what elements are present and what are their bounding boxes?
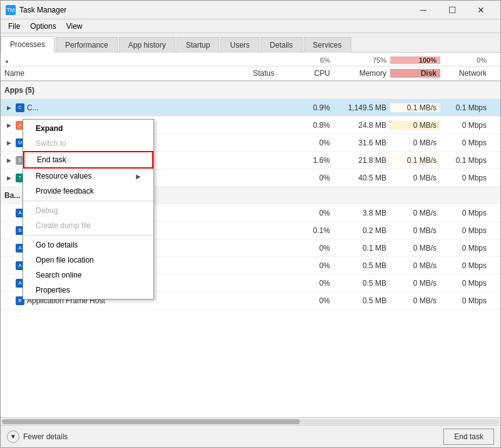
proc-name-1: ▶ C C... [1, 103, 249, 112]
ctx-expand[interactable]: Expand [23, 121, 153, 136]
ctx-search-online[interactable]: Search online [23, 268, 153, 283]
app-icon-1: C [16, 103, 24, 112]
proc-cpu-3: 0% [299, 138, 334, 147]
expand-arrow-2[interactable]: ▶ [4, 121, 13, 130]
cpu-sort-pct: 6% [299, 56, 334, 64]
horizontal-scrollbar[interactable] [1, 417, 500, 425]
tab-processes[interactable]: Processes [1, 36, 54, 53]
disk-sort-pct: 100% [390, 56, 440, 64]
ctx-open-file-location[interactable]: Open file location [23, 253, 153, 268]
proc-net-5: 0 Mbps [440, 174, 490, 182]
title-bar: TM Task Manager ─ ☐ ✕ [1, 1, 500, 19]
proc-net-3: 0 Mbps [440, 138, 490, 147]
tab-startup[interactable]: Startup [177, 37, 220, 53]
bottom-bar: ▼ Fewer details End task [1, 425, 500, 447]
header-name[interactable]: Name [1, 69, 249, 78]
ctx-go-to-details[interactable]: Go to details [23, 237, 153, 253]
context-menu: Expand Switch to End task Resource value… [23, 119, 154, 300]
proc-mem-3: 31.6 MB [334, 138, 390, 147]
proc-disk-2: 0 MB/s [390, 121, 440, 130]
process-table-body: Apps (5) ▶ C C... 0.9% 1,149.5 MB [1, 81, 500, 417]
ctx-resource-values[interactable]: Resource values ▶ [23, 169, 153, 184]
end-task-button[interactable]: End task [443, 429, 494, 445]
header-status[interactable]: Status [249, 69, 299, 78]
proc-disk-5: 0 MB/s [390, 174, 440, 182]
window-title: Task Manager [19, 6, 409, 14]
tabs-bar: Processes Performance App history Startu… [1, 33, 500, 53]
tab-users[interactable]: Users [220, 37, 259, 53]
menu-bar: File Options View [1, 19, 500, 33]
proc-mem-5: 40.5 MB [334, 174, 390, 182]
fewer-details-label: Fewer details [23, 432, 68, 441]
ctx-properties[interactable]: Properties [23, 283, 153, 298]
ctx-provide-feedback[interactable]: Provide feedback [23, 184, 153, 199]
proc-net-4: 0.1 Mbps [440, 156, 490, 165]
proc-mem-2: 24.8 MB [334, 121, 390, 130]
sort-indicator-row: ▲ 6% 75% 100% 0% [1, 53, 500, 66]
minimize-button[interactable]: ─ [409, 1, 438, 19]
proc-cpu-2: 0.8% [299, 121, 334, 130]
ctx-sep-1 [23, 201, 153, 201]
memory-sort-pct: 75% [334, 56, 390, 64]
ctx-switch-to[interactable]: Switch to [23, 136, 153, 151]
h-scroll-thumb[interactable] [2, 419, 300, 424]
expand-arrow-4[interactable]: ▶ [4, 156, 13, 165]
menu-file[interactable]: File [3, 21, 25, 32]
network-sort-pct: 0% [440, 56, 490, 64]
proc-disk-1: 0.1 MB/s [390, 103, 440, 112]
tab-services[interactable]: Services [304, 37, 351, 53]
header-disk[interactable]: Disk [390, 69, 440, 78]
apps-section-label: Apps (5) [1, 86, 249, 95]
h-scroll-track[interactable] [2, 419, 499, 424]
table-header: Name Status CPU Memory Disk Network [1, 66, 500, 81]
expand-arrow-5[interactable]: ▶ [4, 174, 13, 182]
app-icon: TM [6, 5, 16, 15]
proc-mem-4: 21.8 MB [334, 156, 390, 165]
process-row-1[interactable]: ▶ C C... 0.9% 1,149.5 MB 0.1 MB/s 0.1 Mb… [1, 99, 500, 117]
proc-mem-1: 1,149.5 MB [334, 103, 390, 112]
background-section-text: Ba... [4, 191, 20, 200]
content-area: ▲ 6% 75% 100% 0% Name Status CPU Memory … [1, 53, 500, 425]
task-manager-window: TM Task Manager ─ ☐ ✕ File Options View … [0, 0, 501, 448]
expand-arrow-1[interactable]: ▶ [4, 103, 13, 112]
expand-arrow-3[interactable]: ▶ [4, 138, 13, 147]
proc-cpu-1: 0.9% [299, 103, 334, 112]
header-cpu[interactable]: CPU [299, 69, 334, 78]
apps-section-text: Apps (5) [4, 86, 34, 95]
ctx-sep-2 [23, 235, 153, 236]
ctx-create-dump[interactable]: Create dump file [23, 218, 153, 233]
submenu-arrow: ▶ [136, 173, 141, 180]
header-memory[interactable]: Memory [334, 69, 390, 78]
section-apps: Apps (5) [1, 81, 500, 99]
menu-options[interactable]: Options [25, 21, 61, 32]
window-controls: ─ ☐ ✕ [409, 1, 495, 19]
proc-disk-3: 0 MB/s [390, 138, 440, 147]
tab-details[interactable]: Details [261, 37, 302, 53]
proc-net-1: 0.1 Mbps [440, 103, 490, 112]
proc-cpu-5: 0% [299, 174, 334, 182]
fewer-details-button[interactable]: ▼ Fewer details [7, 430, 68, 443]
close-button[interactable]: ✕ [467, 1, 495, 19]
ctx-end-task[interactable]: End task [23, 151, 153, 169]
proc-cpu-4: 1.6% [299, 156, 334, 165]
proc-net-2: 0 Mbps [440, 121, 490, 130]
ctx-debug[interactable]: Debug [23, 203, 153, 218]
sort-up-arrow: ▲ [1, 56, 299, 64]
header-network[interactable]: Network [440, 69, 490, 78]
menu-view[interactable]: View [61, 21, 88, 32]
fewer-details-icon: ▼ [7, 430, 19, 443]
tab-app-history[interactable]: App history [119, 37, 175, 53]
tab-performance[interactable]: Performance [56, 37, 118, 53]
maximize-button[interactable]: ☐ [438, 1, 467, 19]
proc-disk-4: 0.1 MB/s [390, 156, 440, 165]
